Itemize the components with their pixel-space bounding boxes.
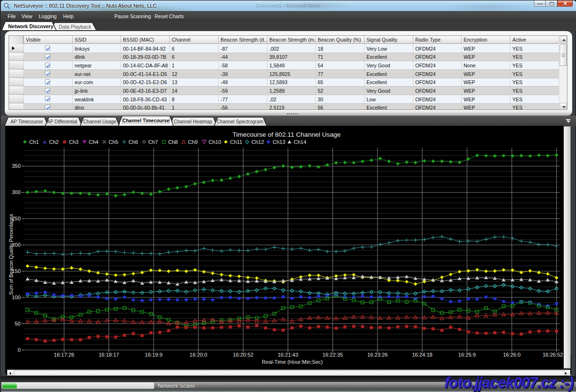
svg-text:Ch9: Ch9 bbox=[188, 139, 198, 145]
svg-text:16:20:52: 16:20:52 bbox=[233, 352, 254, 358]
svg-text:Sum of Beacon Quality Percenta: Sum of Beacon Quality Percentages bbox=[8, 214, 14, 294]
svg-text:16:26:0: 16:26:0 bbox=[503, 352, 521, 358]
svg-text:Ch5: Ch5 bbox=[109, 139, 118, 145]
svg-text:16:25:9: 16:25:9 bbox=[458, 352, 476, 358]
svg-text:Ch2: Ch2 bbox=[49, 139, 59, 145]
svg-text:Real-Time (Hour:Min:Sec): Real-Time (Hour:Min:Sec) bbox=[262, 359, 322, 365]
svg-text:Ch8: Ch8 bbox=[168, 139, 178, 145]
svg-text:50: 50 bbox=[15, 321, 21, 327]
svg-text:Ch12: Ch12 bbox=[252, 139, 264, 145]
svg-text:16:19:9: 16:19:9 bbox=[145, 352, 163, 358]
svg-text:Ch7: Ch7 bbox=[148, 139, 158, 145]
svg-text:16:24:18: 16:24:18 bbox=[412, 352, 432, 358]
svg-text:Ch1: Ch1 bbox=[29, 139, 39, 145]
svg-text:Timecourse of 802.11 Channel U: Timecourse of 802.11 Channel Usage bbox=[233, 131, 341, 138]
svg-text:16:17:26: 16:17:26 bbox=[54, 352, 75, 358]
svg-text:Ch14: Ch14 bbox=[294, 139, 306, 145]
svg-text:Ch4: Ch4 bbox=[89, 139, 99, 145]
svg-text:16:18:17: 16:18:17 bbox=[99, 352, 119, 358]
svg-text:Ch6: Ch6 bbox=[129, 139, 138, 145]
svg-text:0: 0 bbox=[18, 347, 21, 353]
svg-text:16:23:26: 16:23:26 bbox=[367, 352, 388, 358]
svg-text:16:22:35: 16:22:35 bbox=[322, 352, 343, 358]
svg-text:Ch11: Ch11 bbox=[230, 139, 242, 145]
svg-text:16:20:0: 16:20:0 bbox=[189, 352, 207, 358]
svg-text:350: 350 bbox=[12, 163, 21, 169]
svg-text:16:21:43: 16:21:43 bbox=[277, 352, 298, 358]
svg-text:Ch10: Ch10 bbox=[209, 139, 221, 145]
svg-text:16:26:52: 16:26:52 bbox=[543, 352, 563, 358]
svg-text:300: 300 bbox=[12, 189, 21, 195]
svg-text:Ch3: Ch3 bbox=[69, 139, 78, 145]
svg-text:Ch13: Ch13 bbox=[273, 139, 285, 145]
